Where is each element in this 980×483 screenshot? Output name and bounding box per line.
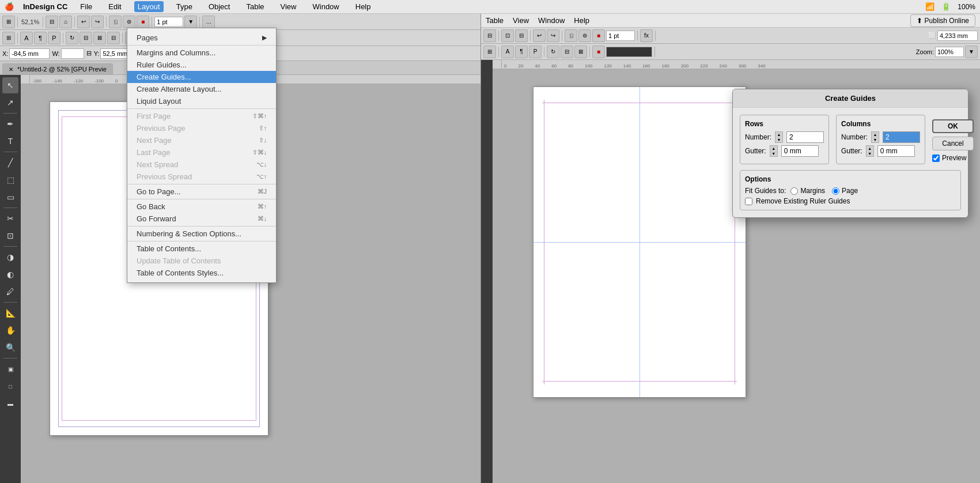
constraint-icon[interactable]: ⊟ (86, 50, 92, 57)
apple-menu[interactable]: 🍎 (5, 2, 14, 11)
tool-normal-mode[interactable]: □ (2, 378, 18, 394)
right-tb2-2[interactable]: A (501, 46, 514, 58)
menu-file[interactable]: File (77, 1, 96, 12)
right-tb-1[interactable]: ⊟ (483, 29, 496, 42)
menu-goto-page[interactable]: Go to Page... ⌘J (127, 186, 276, 198)
columns-gutter-down[interactable]: ▼ (867, 151, 873, 156)
right-tb-6[interactable]: ⍂ (565, 29, 577, 42)
menu-edit[interactable]: Edit (105, 1, 124, 12)
tool-preview[interactable]: ▬ (2, 395, 18, 412)
stroke-weight-down[interactable]: ▼ (184, 16, 197, 28)
right-tb2-7[interactable]: ⊠ (574, 46, 587, 58)
tool-direct-select[interactable]: ↗ (2, 95, 18, 111)
right-tb-2[interactable]: ⊡ (501, 29, 514, 42)
menu-toc[interactable]: Table of Contents... (127, 243, 276, 255)
win2-menu-table[interactable]: Table (486, 16, 504, 25)
menu-table[interactable]: Table (243, 1, 267, 12)
menu-object[interactable]: Object (205, 1, 234, 12)
tool-measure[interactable]: 📐 (2, 305, 18, 321)
para-style-btn[interactable]: ¶ (34, 32, 47, 44)
stroke-btn[interactable]: ■ (137, 16, 149, 28)
stroke-weight-input[interactable] (154, 17, 183, 27)
preview-checkbox[interactable] (932, 154, 940, 162)
right-fx-btn[interactable]: fx (640, 29, 653, 42)
rows-number-down[interactable]: ▼ (775, 137, 782, 142)
menu-go-back[interactable]: Go Back ⌘↑ (127, 201, 276, 213)
pages-panel-btn[interactable]: ⊞ (2, 16, 15, 28)
columns-number-spinner[interactable]: ▲ ▼ (871, 131, 879, 143)
columns-gutter-input[interactable] (877, 145, 915, 157)
text-wrap-btn[interactable]: ⍂ (109, 16, 122, 28)
rows-number-input[interactable] (786, 131, 824, 143)
transform-btn[interactable]: ⌂ (59, 16, 72, 28)
right-tb2-3[interactable]: ¶ (515, 46, 528, 58)
cancel-button[interactable]: Cancel (932, 137, 974, 150)
remove-guides-checkbox[interactable] (745, 198, 752, 205)
columns-gutter-spinner[interactable]: ▲ ▼ (866, 145, 874, 157)
menu-liquid-layout[interactable]: Liquid Layout (127, 95, 276, 107)
menu-window[interactable]: Window (309, 1, 343, 12)
rows-gutter-input[interactable] (781, 145, 819, 157)
key-object-btn[interactable]: ⊟ (107, 32, 120, 44)
right-tb2-5[interactable]: ↻ (547, 46, 559, 58)
menu-view[interactable]: View (277, 1, 300, 12)
tool-frame[interactable]: ⬚ (2, 172, 18, 188)
menu-create-alternate[interactable]: Create Alternate Layout... (127, 83, 276, 95)
right-coord-input[interactable] (937, 31, 978, 41)
tab-untitled2[interactable]: ✕ *Untitled-2 @ 52% [GPU Previe (2, 63, 113, 74)
tool-selection[interactable]: ↖ (2, 77, 18, 93)
right-zoom-input[interactable] (935, 47, 964, 57)
menu-pages[interactable]: Pages ▶ (127, 32, 276, 44)
tool-fill[interactable]: ▣ (2, 361, 18, 377)
columns-number-up[interactable]: ▲ (872, 132, 879, 137)
tool-line[interactable]: ╱ (2, 154, 18, 171)
arrange-btn[interactable]: ⊞ (2, 32, 15, 44)
tool-rect[interactable]: ▭ (2, 189, 18, 205)
columns-number-down[interactable]: ▼ (872, 137, 879, 142)
right-stroke-input[interactable] (606, 31, 635, 41)
tab-close-btn[interactable]: ✕ (9, 66, 13, 73)
radio-page-label[interactable]: Page (832, 187, 858, 195)
right-tb2-1[interactable]: ⊞ (483, 46, 496, 58)
right-tb-8[interactable]: ■ (592, 29, 605, 42)
char-style-btn[interactable]: A (20, 32, 33, 44)
rows-gutter-spinner[interactable]: ▲ ▼ (770, 145, 778, 157)
radio-page[interactable] (832, 187, 839, 195)
tool-color-theme[interactable]: ◐ (2, 266, 18, 282)
right-tb2-8[interactable]: ■ (592, 46, 605, 58)
tool-eyedropper[interactable]: 🖊 (2, 284, 18, 300)
right-tb-4[interactable]: ↩ (533, 29, 546, 42)
rows-gutter-up[interactable]: ▲ (770, 146, 777, 151)
columns-number-input[interactable] (883, 131, 920, 143)
ok-button[interactable]: OK (932, 119, 974, 133)
menu-margins-columns[interactable]: Margins and Columns... (127, 47, 276, 59)
placeholder-btn[interactable]: P (48, 32, 60, 44)
menu-numbering[interactable]: Numbering & Section Options... (127, 228, 276, 240)
menu-ruler-guides[interactable]: Ruler Guides... (127, 59, 276, 71)
distribute-btn[interactable]: ⊠ (93, 32, 106, 44)
right-tb-3[interactable]: ⊟ (515, 29, 528, 42)
layout-dropdown-menu[interactable]: Pages ▶ Margins and Columns... Ruler Gui… (127, 28, 277, 283)
right-fill-input[interactable] (606, 47, 652, 57)
columns-gutter-up[interactable]: ▲ (867, 146, 873, 151)
rows-number-up[interactable]: ▲ (775, 132, 782, 137)
win2-menu-help[interactable]: Help (574, 16, 589, 25)
publish-online-button[interactable]: ⬆ Publish Online (910, 14, 975, 27)
undo-btn[interactable]: ↩ (77, 16, 90, 28)
more-btn[interactable]: … (202, 16, 215, 28)
redo-btn[interactable]: ↪ (91, 16, 104, 28)
radio-margins[interactable] (790, 187, 798, 195)
tool-gradient[interactable]: ◑ (2, 249, 18, 265)
rows-number-spinner[interactable]: ▲ ▼ (775, 131, 783, 143)
x-input[interactable] (9, 48, 50, 59)
menu-help[interactable]: Help (352, 1, 374, 12)
win2-menu-view[interactable]: View (513, 16, 529, 25)
rotate-spread-btn[interactable]: ↻ (66, 32, 78, 44)
menu-toc-styles[interactable]: Table of Contents Styles... (127, 267, 276, 279)
tool-pen[interactable]: ✒ (2, 116, 18, 132)
menu-create-guides[interactable]: Create Guides... (127, 71, 276, 83)
tool-free-transform[interactable]: ⊡ (2, 228, 18, 244)
right-tb2-6[interactable]: ⊟ (561, 46, 573, 58)
win2-menu-window[interactable]: Window (538, 16, 565, 25)
rows-gutter-down[interactable]: ▼ (770, 151, 777, 156)
